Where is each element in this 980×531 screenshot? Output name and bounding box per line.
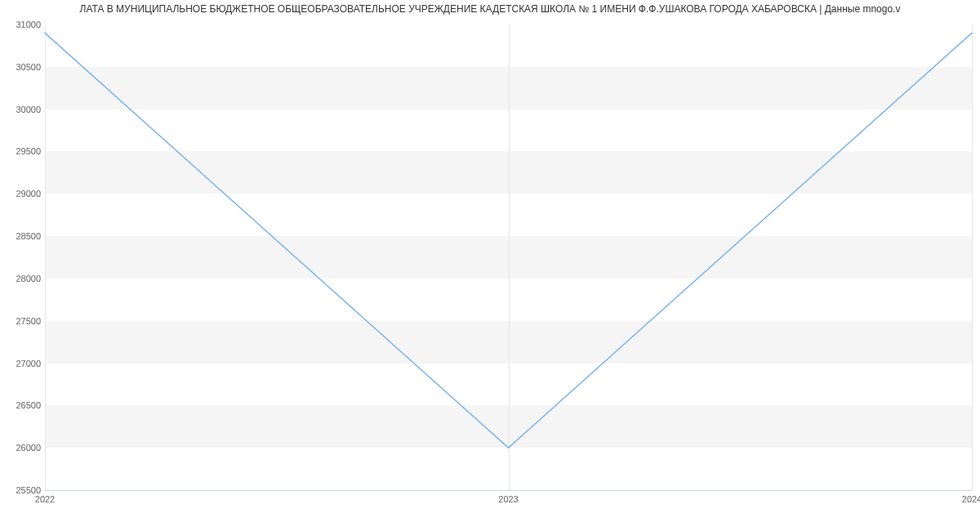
line-series xyxy=(45,25,972,490)
plot-area xyxy=(45,25,972,490)
grid-line-vertical xyxy=(972,25,973,490)
x-tick-label: 2022 xyxy=(35,494,55,504)
chart-container: ЛАТА В МУНИЦИПАЛЬНОЕ БЮДЖЕТНОЕ ОБЩЕОБРАЗ… xyxy=(0,0,980,531)
y-tick-label: 26000 xyxy=(4,443,41,453)
y-tick-label: 27000 xyxy=(4,359,41,368)
y-tick-label: 26500 xyxy=(4,400,41,410)
y-tick-label: 28000 xyxy=(4,274,41,283)
y-tick-label: 28500 xyxy=(4,231,41,241)
y-tick-label: 29000 xyxy=(4,189,41,199)
chart-title: ЛАТА В МУНИЦИПАЛЬНОЕ БЮДЖЕТНОЕ ОБЩЕОБРАЗ… xyxy=(0,3,980,15)
y-tick-label: 29500 xyxy=(4,146,41,156)
x-tick-label: 2023 xyxy=(498,494,518,504)
y-tick-label: 31000 xyxy=(4,20,41,29)
y-tick-label: 27500 xyxy=(4,316,41,326)
x-tick-label: 2024 xyxy=(962,494,980,504)
y-tick-label: 30500 xyxy=(4,62,41,72)
y-tick-label: 30000 xyxy=(4,105,41,114)
x-axis-line xyxy=(45,490,972,491)
